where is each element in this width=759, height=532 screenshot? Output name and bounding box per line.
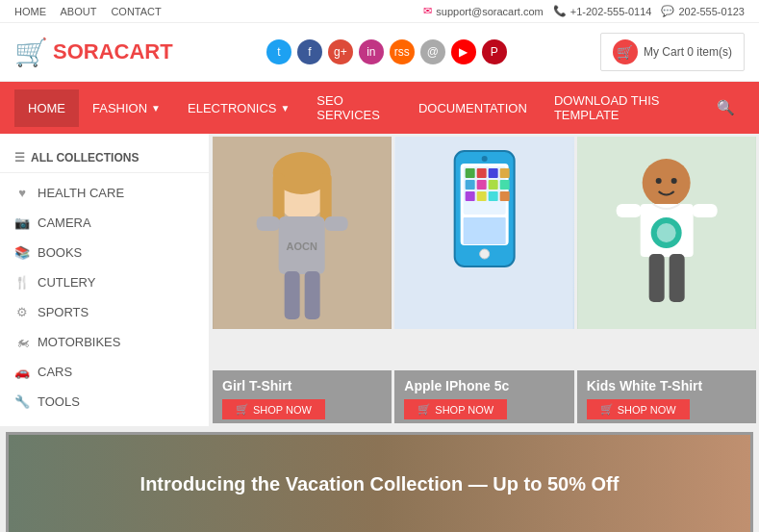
- cars-icon: 🚗: [14, 365, 30, 379]
- top-nav-links: HOME ABOUT CONTACT: [14, 6, 173, 17]
- banner3-overlay: Kids White T-Shirt 🛒 SHOP NOW: [577, 370, 756, 423]
- youtube-icon[interactable]: ▶: [451, 39, 476, 64]
- banner-kids-tshirt[interactable]: Kids White T-Shirt 🛒 SHOP NOW: [577, 137, 756, 423]
- twitter-icon[interactable]: t: [266, 39, 291, 64]
- healthcare-icon: ♥: [14, 186, 30, 200]
- sidebar-label-cars: CARS: [38, 365, 72, 379]
- books-icon: 📚: [14, 245, 30, 260]
- svg-rect-9: [285, 271, 300, 319]
- sports-icon: ⚙: [14, 305, 30, 319]
- svg-rect-15: [466, 168, 475, 178]
- sidebar-title: ALL COLLECTIONS: [31, 151, 139, 165]
- nav-item-documentation[interactable]: DOCUMENTATION: [405, 89, 541, 127]
- email2-icon[interactable]: @: [420, 39, 445, 64]
- main-nav: HOME FASHION ▼ ELECTRONICS ▼ SEO SERVICE…: [0, 82, 759, 134]
- svg-rect-3: [273, 173, 285, 221]
- sidebar-item-motorbikes[interactable]: 🏍 MOTORBIKES: [0, 327, 209, 357]
- sidebar-item-tools[interactable]: 🔧 TOOLS: [0, 387, 209, 417]
- banner2-title: Apple IPhone 5c: [404, 378, 564, 393]
- svg-rect-35: [616, 204, 641, 217]
- list-icon: ☰: [14, 151, 25, 165]
- banner3-shop-button[interactable]: 🛒 SHOP NOW: [587, 399, 690, 419]
- social-icons-group: t f g+ in rss @ ▶ P: [266, 39, 507, 64]
- sidebar-item-cars[interactable]: 🚗 CARS: [0, 357, 209, 387]
- whatsapp-info: 💬 202-555-0123: [661, 5, 745, 17]
- nav-about[interactable]: ABOUT: [60, 6, 96, 17]
- svg-rect-26: [500, 191, 510, 201]
- fashion-dropdown-icon: ▼: [151, 103, 161, 114]
- nav-contact[interactable]: CONTACT: [111, 6, 161, 17]
- rss-icon[interactable]: rss: [390, 39, 415, 64]
- banner2-shop-button[interactable]: 🛒 SHOP NOW: [404, 399, 507, 419]
- banner3-title: Kids White T-Shirt: [587, 378, 746, 393]
- nav-item-electronics[interactable]: ELECTRONICS ▼: [174, 89, 303, 127]
- banner2-shop-label: SHOP NOW: [435, 404, 493, 416]
- email-info: ✉ support@soracart.com: [423, 5, 543, 17]
- nav-item-download[interactable]: DOWNLOAD THIS TEMPLATE: [541, 82, 707, 134]
- phone-icon: 📞: [553, 5, 567, 17]
- svg-rect-16: [477, 168, 487, 178]
- whatsapp-icon: 💬: [661, 5, 674, 17]
- nav-home[interactable]: HOME: [14, 6, 46, 17]
- hero-banners: AOCN Girl T-Shirt 🛒 SHOP NOW: [210, 134, 759, 426]
- svg-rect-27: [464, 217, 506, 244]
- sidebar-label-tools: TOOLS: [38, 394, 80, 409]
- cart-button[interactable]: 🛒 My Cart 0 item(s): [600, 33, 745, 71]
- site-header: 🛒 SORACART t f g+ in rss @ ▶ P 🛒 My Cart…: [0, 23, 759, 82]
- sidebar-item-healthcare[interactable]: ♥ HEALTH CARE: [0, 178, 209, 208]
- facebook-icon[interactable]: f: [297, 39, 322, 64]
- svg-rect-17: [489, 168, 498, 178]
- logo[interactable]: 🛒 SORACART: [14, 37, 173, 68]
- sidebar-header: ☰ ALL COLLECTIONS: [0, 143, 209, 173]
- sidebar-item-camera[interactable]: 📷 CAMERA: [0, 208, 209, 238]
- nav-item-home[interactable]: HOME: [14, 89, 79, 127]
- banner1-title: Girl T-Shirt: [222, 378, 382, 393]
- phone-number: +1-202-555-0114: [570, 6, 652, 17]
- svg-point-33: [670, 178, 676, 184]
- iphone-image: [394, 137, 573, 329]
- svg-rect-20: [477, 180, 487, 190]
- search-icon[interactable]: 🔍: [707, 88, 745, 128]
- pinterest-icon[interactable]: P: [482, 39, 507, 64]
- banner2-overlay: Apple IPhone 5c 🛒 SHOP NOW: [394, 370, 573, 423]
- svg-point-32: [655, 178, 661, 184]
- main-content: ☰ ALL COLLECTIONS ♥ HEALTH CARE 📷 CAMERA…: [0, 134, 759, 426]
- svg-rect-40: [669, 254, 684, 302]
- banner-girl-tshirt[interactable]: AOCN Girl T-Shirt 🛒 SHOP NOW: [213, 137, 392, 423]
- shop-cart-icon: 🛒: [236, 403, 249, 416]
- email-address: support@soracart.com: [436, 6, 543, 17]
- svg-rect-18: [500, 168, 510, 178]
- phone-info: 📞 +1-202-555-0114: [553, 5, 652, 17]
- svg-rect-21: [489, 180, 498, 190]
- svg-point-29: [482, 156, 488, 162]
- sidebar-item-sports[interactable]: ⚙ SPORTS: [0, 297, 209, 327]
- top-contact-info: ✉ support@soracart.com 📞 +1-202-555-0114…: [423, 5, 745, 17]
- logo-text: SORACART: [53, 39, 173, 64]
- gplus-icon[interactable]: g+: [328, 39, 353, 64]
- svg-rect-10: [305, 271, 320, 319]
- nav-item-seo[interactable]: SEO SERVICES: [303, 82, 405, 134]
- banner3-shop-label: SHOP NOW: [618, 404, 676, 416]
- sidebar-label-cutlery: CUTLERY: [38, 275, 95, 290]
- sidebar-item-cutlery[interactable]: 🍴 CUTLERY: [0, 267, 209, 297]
- shop3-cart-icon: 🛒: [600, 403, 614, 416]
- svg-rect-7: [257, 216, 280, 231]
- sidebar-label-camera: CAMERA: [38, 215, 91, 230]
- vacation-text: Introducing the Vacation Collection — Up…: [140, 473, 620, 494]
- svg-point-31: [642, 159, 690, 207]
- logo-plain: SORA: [53, 39, 114, 63]
- cart-icon: 🛒: [613, 39, 638, 64]
- svg-rect-19: [466, 180, 475, 190]
- banner1-shop-button[interactable]: 🛒 SHOP NOW: [222, 399, 325, 419]
- camera-icon: 📷: [14, 215, 30, 230]
- sidebar-item-books[interactable]: 📚 BOOKS: [0, 238, 209, 267]
- svg-rect-23: [466, 191, 475, 201]
- banner-iphone[interactable]: Apple IPhone 5c 🛒 SHOP NOW: [394, 137, 573, 423]
- tools-icon: 🔧: [14, 394, 30, 409]
- vacation-banner[interactable]: Introducing the Vacation Collection — Up…: [6, 432, 753, 532]
- banner1-overlay: Girl T-Shirt 🛒 SHOP NOW: [213, 370, 392, 423]
- nav-item-fashion[interactable]: FASHION ▼: [79, 89, 174, 127]
- instagram-icon[interactable]: in: [359, 39, 384, 64]
- cart-label: My Cart 0 item(s): [644, 45, 732, 59]
- motorbikes-icon: 🏍: [14, 335, 30, 349]
